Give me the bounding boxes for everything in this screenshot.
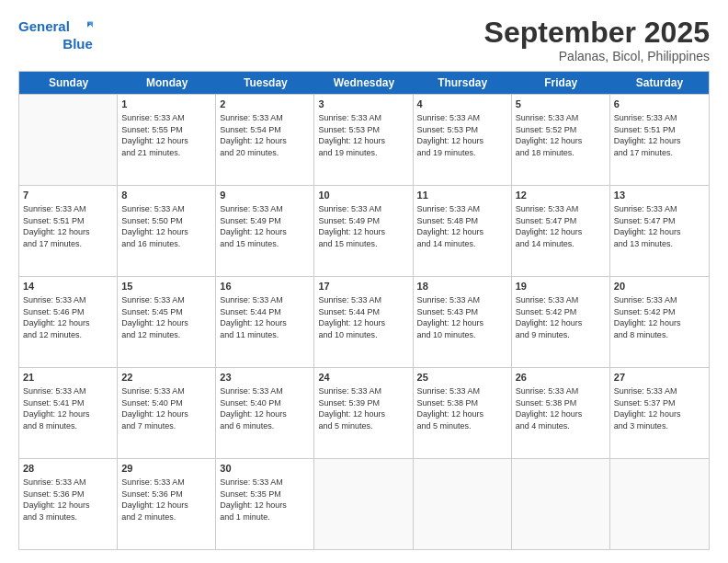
calendar-row-1: 1Sunrise: 5:33 AM Sunset: 5:55 PM Daylig… <box>19 94 709 185</box>
day-info: Sunrise: 5:33 AM Sunset: 5:52 PM Dayligh… <box>516 112 606 158</box>
day-info: Sunrise: 5:33 AM Sunset: 5:49 PM Dayligh… <box>220 203 310 249</box>
month-title: September 2025 <box>484 17 710 49</box>
day-number: 15 <box>121 280 211 293</box>
calendar-cell: 25Sunrise: 5:33 AM Sunset: 5:38 PM Dayli… <box>414 368 512 458</box>
title-area: September 2025 Palanas, Bicol, Philippin… <box>484 17 710 63</box>
logo-icon <box>73 17 93 37</box>
header-day-tuesday: Tuesday <box>216 72 314 94</box>
day-number: 4 <box>417 98 507 111</box>
day-number: 10 <box>318 189 408 202</box>
calendar-cell: 23Sunrise: 5:33 AM Sunset: 5:40 PM Dayli… <box>216 368 314 458</box>
day-number: 19 <box>516 280 606 293</box>
day-number: 26 <box>516 371 606 385</box>
day-info: Sunrise: 5:33 AM Sunset: 5:42 PM Dayligh… <box>614 294 705 340</box>
header-day-monday: Monday <box>118 72 216 94</box>
day-info: Sunrise: 5:33 AM Sunset: 5:45 PM Dayligh… <box>121 294 211 340</box>
calendar-cell: 21Sunrise: 5:33 AM Sunset: 5:41 PM Dayli… <box>19 368 118 458</box>
calendar-cell: 19Sunrise: 5:33 AM Sunset: 5:42 PM Dayli… <box>512 277 610 367</box>
calendar-cell: 24Sunrise: 5:33 AM Sunset: 5:39 PM Dayli… <box>314 368 413 458</box>
calendar-cell <box>19 95 118 185</box>
day-number: 17 <box>318 280 408 293</box>
day-info: Sunrise: 5:33 AM Sunset: 5:44 PM Dayligh… <box>220 294 310 340</box>
day-info: Sunrise: 5:33 AM Sunset: 5:55 PM Dayligh… <box>121 112 211 158</box>
calendar-cell: 30Sunrise: 5:33 AM Sunset: 5:35 PM Dayli… <box>216 459 314 549</box>
calendar-cell <box>414 459 512 549</box>
header-day-thursday: Thursday <box>414 72 512 94</box>
calendar-row-3: 14Sunrise: 5:33 AM Sunset: 5:46 PM Dayli… <box>19 276 709 367</box>
day-info: Sunrise: 5:33 AM Sunset: 5:35 PM Dayligh… <box>220 477 310 523</box>
day-info: Sunrise: 5:33 AM Sunset: 5:54 PM Dayligh… <box>220 112 310 158</box>
calendar-cell: 9Sunrise: 5:33 AM Sunset: 5:49 PM Daylig… <box>216 186 314 276</box>
calendar-cell: 22Sunrise: 5:33 AM Sunset: 5:40 PM Dayli… <box>118 368 216 458</box>
calendar-cell: 17Sunrise: 5:33 AM Sunset: 5:44 PM Dayli… <box>314 277 413 367</box>
logo-text: General <box>18 19 70 35</box>
calendar-cell <box>314 459 413 549</box>
day-info: Sunrise: 5:33 AM Sunset: 5:36 PM Dayligh… <box>23 477 113 523</box>
calendar-cell: 4Sunrise: 5:33 AM Sunset: 5:53 PM Daylig… <box>414 95 512 185</box>
calendar-row-5: 28Sunrise: 5:33 AM Sunset: 5:36 PM Dayli… <box>19 458 709 549</box>
day-number: 30 <box>220 462 310 476</box>
day-number: 1 <box>121 98 211 111</box>
page: General Blue September 2025 Palanas, Bic… <box>0 0 728 563</box>
calendar-cell: 18Sunrise: 5:33 AM Sunset: 5:43 PM Dayli… <box>414 277 512 367</box>
calendar-body: 1Sunrise: 5:33 AM Sunset: 5:55 PM Daylig… <box>19 94 709 549</box>
header-day-saturday: Saturday <box>610 72 709 94</box>
day-info: Sunrise: 5:33 AM Sunset: 5:37 PM Dayligh… <box>614 385 705 431</box>
day-info: Sunrise: 5:33 AM Sunset: 5:40 PM Dayligh… <box>121 385 211 431</box>
day-number: 22 <box>121 371 211 385</box>
calendar-cell: 8Sunrise: 5:33 AM Sunset: 5:50 PM Daylig… <box>118 186 216 276</box>
header-day-wednesday: Wednesday <box>314 72 413 94</box>
day-number: 5 <box>516 98 606 111</box>
calendar-cell: 1Sunrise: 5:33 AM Sunset: 5:55 PM Daylig… <box>118 95 216 185</box>
day-info: Sunrise: 5:33 AM Sunset: 5:42 PM Dayligh… <box>516 294 606 340</box>
day-number: 11 <box>417 189 507 202</box>
day-info: Sunrise: 5:33 AM Sunset: 5:36 PM Dayligh… <box>121 477 211 523</box>
calendar-cell: 15Sunrise: 5:33 AM Sunset: 5:45 PM Dayli… <box>118 277 216 367</box>
day-info: Sunrise: 5:33 AM Sunset: 5:43 PM Dayligh… <box>417 294 507 340</box>
calendar-cell <box>610 459 709 549</box>
day-info: Sunrise: 5:33 AM Sunset: 5:38 PM Dayligh… <box>417 385 507 431</box>
calendar-cell: 2Sunrise: 5:33 AM Sunset: 5:54 PM Daylig… <box>216 95 314 185</box>
day-info: Sunrise: 5:33 AM Sunset: 5:51 PM Dayligh… <box>614 112 705 158</box>
calendar-cell: 5Sunrise: 5:33 AM Sunset: 5:52 PM Daylig… <box>512 95 610 185</box>
day-number: 3 <box>318 98 408 111</box>
calendar-cell <box>512 459 610 549</box>
day-info: Sunrise: 5:33 AM Sunset: 5:38 PM Dayligh… <box>516 385 606 431</box>
calendar-cell: 14Sunrise: 5:33 AM Sunset: 5:46 PM Dayli… <box>19 277 118 367</box>
calendar-cell: 28Sunrise: 5:33 AM Sunset: 5:36 PM Dayli… <box>19 459 118 549</box>
calendar-cell: 16Sunrise: 5:33 AM Sunset: 5:44 PM Dayli… <box>216 277 314 367</box>
day-number: 14 <box>23 280 113 293</box>
calendar-cell: 27Sunrise: 5:33 AM Sunset: 5:37 PM Dayli… <box>610 368 709 458</box>
day-number: 8 <box>121 189 211 202</box>
header-day-friday: Friday <box>512 72 610 94</box>
day-number: 13 <box>614 189 705 202</box>
day-number: 24 <box>318 371 408 385</box>
day-info: Sunrise: 5:33 AM Sunset: 5:44 PM Dayligh… <box>318 294 408 340</box>
day-info: Sunrise: 5:33 AM Sunset: 5:47 PM Dayligh… <box>516 203 606 249</box>
day-info: Sunrise: 5:33 AM Sunset: 5:51 PM Dayligh… <box>23 203 113 249</box>
calendar-cell: 13Sunrise: 5:33 AM Sunset: 5:47 PM Dayli… <box>610 186 709 276</box>
subtitle: Palanas, Bicol, Philippines <box>484 49 710 63</box>
day-number: 28 <box>23 462 113 476</box>
calendar-cell: 10Sunrise: 5:33 AM Sunset: 5:49 PM Dayli… <box>314 186 413 276</box>
day-info: Sunrise: 5:33 AM Sunset: 5:39 PM Dayligh… <box>318 385 408 431</box>
day-number: 20 <box>614 280 705 293</box>
calendar-cell: 12Sunrise: 5:33 AM Sunset: 5:47 PM Dayli… <box>512 186 610 276</box>
day-info: Sunrise: 5:33 AM Sunset: 5:41 PM Dayligh… <box>23 385 113 431</box>
day-number: 27 <box>614 371 705 385</box>
calendar-row-4: 21Sunrise: 5:33 AM Sunset: 5:41 PM Dayli… <box>19 367 709 458</box>
day-info: Sunrise: 5:33 AM Sunset: 5:49 PM Dayligh… <box>318 203 408 249</box>
calendar-cell: 3Sunrise: 5:33 AM Sunset: 5:53 PM Daylig… <box>314 95 413 185</box>
calendar-cell: 7Sunrise: 5:33 AM Sunset: 5:51 PM Daylig… <box>19 186 118 276</box>
calendar-cell: 6Sunrise: 5:33 AM Sunset: 5:51 PM Daylig… <box>610 95 709 185</box>
day-info: Sunrise: 5:33 AM Sunset: 5:50 PM Dayligh… <box>121 203 211 249</box>
day-info: Sunrise: 5:33 AM Sunset: 5:53 PM Dayligh… <box>417 112 507 158</box>
header: General Blue September 2025 Palanas, Bic… <box>18 17 710 63</box>
day-number: 23 <box>220 371 310 385</box>
day-info: Sunrise: 5:33 AM Sunset: 5:53 PM Dayligh… <box>318 112 408 158</box>
header-day-sunday: Sunday <box>19 72 118 94</box>
day-number: 2 <box>220 98 310 111</box>
calendar-cell: 11Sunrise: 5:33 AM Sunset: 5:48 PM Dayli… <box>414 186 512 276</box>
calendar-header: SundayMondayTuesdayWednesdayThursdayFrid… <box>19 72 709 94</box>
calendar-row-2: 7Sunrise: 5:33 AM Sunset: 5:51 PM Daylig… <box>19 185 709 276</box>
